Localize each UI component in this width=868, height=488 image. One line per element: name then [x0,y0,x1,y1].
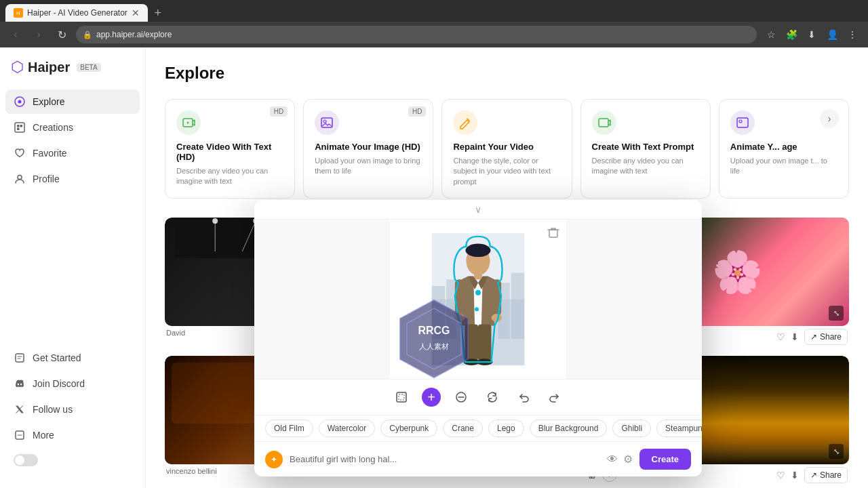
get-started-icon [14,352,26,364]
sidebar-item-creations[interactable]: Creations [5,115,140,140]
new-tab-button[interactable]: + [149,4,167,22]
like-button-flowers[interactable]: ♡ [776,331,785,342]
expand-icon-flowers[interactable]: ⤡ [829,306,844,321]
bookmark-icon[interactable]: ☆ [762,26,780,43]
sidebar-item-profile[interactable]: Profile [5,167,140,191]
share-icon-flowers: ↗ [810,332,817,342]
follow-us-label: Follow us [33,404,73,415]
address-bar[interactable]: 🔒 app.haiper.ai/explore [76,26,757,43]
style-pills-row: Old Film Watercolor Cyberpunk Crane Lego… [254,415,702,441]
tab-close-button[interactable]: ✕ [132,7,140,18]
style-pill-old-film[interactable]: Old Film [265,420,313,437]
animate-image-desc: Upload your own image to bring them to l… [315,156,422,177]
feature-cards-row: HD Create Video With Text (HD) Describe … [165,99,849,199]
create-button[interactable]: Create [639,449,691,470]
style-pill-lego[interactable]: Lego [488,420,524,437]
svg-rect-34 [474,272,482,280]
style-pill-steampunk[interactable]: Steampunk [656,420,702,437]
style-pill-blur-bg[interactable]: Blur Background [530,420,608,437]
discord-label: Join Discord [33,378,85,389]
style-pill-ghibli[interactable]: Ghibli [612,420,651,437]
feature-card-create-video[interactable]: HD Create Video With Text (HD) Describe … [165,99,295,199]
preview-icon[interactable]: 👁 [607,453,618,466]
favorite-icon [14,147,26,159]
feature-card-animate-image[interactable]: HD Animate Your Image (HD) Upload your o… [303,99,433,199]
editor-overlay: ∨ [254,200,702,476]
editor-center-panel [390,220,566,379]
scroll-right-arrow[interactable]: › [820,109,839,128]
feature-card-repaint[interactable]: Repaint Your Video Change the style, col… [441,99,572,199]
active-tab[interactable]: H Haiper - AI Video Generator ✕ [5,4,148,22]
text-prompt-icon [592,110,616,135]
editor-toolbar: + [254,379,702,415]
style-pill-cyberpunk[interactable]: Cyberpunk [380,420,437,437]
share-button-city[interactable]: ↗ Share [804,467,848,483]
browser-navigation: ‹ › ↻ 🔒 app.haiper.ai/explore ☆ 🧩 ⬇ 👤 ⋮ [0,22,868,47]
expand-icon-city[interactable]: ⤡ [829,444,844,459]
sidebar-item-favorite[interactable]: Favorite [5,141,140,165]
share-button-flowers[interactable]: ↗ Share [804,329,848,345]
svg-point-43 [475,290,481,296]
editor-delete-button[interactable] [547,226,559,242]
browser-chrome: H Haiper - AI Video Generator ✕ + ‹ › ↻ … [0,0,868,47]
share-icon-city: ↗ [810,470,817,480]
svg-point-17 [212,218,218,224]
more-label: More [33,430,54,441]
feature-card-text-prompt[interactable]: Create With Text Prompt Describe any vid… [580,99,711,199]
repaint-title: Repaint Your Video [453,142,560,152]
share-label-city: Share [820,470,842,480]
address-text: app.haiper.ai/explore [96,30,172,39]
favorite-label: Favorite [33,148,67,159]
rotate-tool-button[interactable] [481,386,503,408]
logo-text: Haiper [28,60,70,75]
sidebar-item-get-started[interactable]: Get Started [5,346,140,370]
redo-button[interactable] [544,386,566,408]
svg-rect-5 [17,128,20,131]
svg-rect-28 [432,286,446,339]
nav-forward-button[interactable]: › [30,26,47,43]
creations-label: Creations [33,122,73,133]
animate-2-title: Animate Y... age [730,142,837,152]
download-icon[interactable]: ⬇ [803,26,821,43]
select-tool-button[interactable] [391,386,412,408]
svg-rect-7 [16,354,24,362]
editor-image-section [254,220,702,379]
nav-refresh-button[interactable]: ↻ [53,26,71,43]
sidebar-item-explore[interactable]: Explore [5,89,140,114]
undo-button[interactable] [513,386,534,408]
profile-icon[interactable]: 👤 [823,26,841,43]
editor-left-panel [254,220,390,379]
menu-icon[interactable]: ⋮ [844,26,861,43]
person-with-outline [431,233,526,365]
explore-label: Explore [33,96,64,107]
sidebar-navigation: Explore Creations [0,89,145,215]
svg-rect-2 [15,123,24,132]
prompt-input[interactable] [290,454,600,464]
download-button-city[interactable]: ⬇ [791,470,799,481]
x-twitter-icon [14,403,26,415]
prompt-icons: 👁 ⚙ [607,453,633,466]
editor-chevron[interactable]: ∨ [254,200,702,220]
create-video-badge: HD [270,106,288,117]
style-pill-crane[interactable]: Crane [443,420,483,437]
download-button-flowers[interactable]: ⬇ [791,331,799,342]
share-label-flowers: Share [820,332,842,342]
sidebar-item-more[interactable]: More [5,423,140,447]
sidebar-item-discord[interactable]: Join Discord [5,371,140,396]
sidebar-item-follow-us[interactable]: Follow us [5,397,140,422]
sidebar-logo: ⬡ Haiper BETA [0,58,145,89]
feature-card-animate-2[interactable]: › Animate Y... age Upload your own image… [719,99,849,199]
subtract-tool-button[interactable] [450,386,472,408]
dark-mode-toggle[interactable] [5,449,140,472]
nav-back-button[interactable]: ‹ [7,26,24,43]
repaint-icon [453,110,477,135]
toggle-track[interactable] [14,454,38,466]
svg-point-44 [475,307,479,311]
extensions-icon[interactable]: 🧩 [783,26,800,43]
settings-icon[interactable]: ⚙ [623,453,633,466]
explore-icon [14,96,26,108]
add-tool-button[interactable]: + [422,388,441,407]
like-button-city[interactable]: ♡ [776,470,785,481]
svg-point-1 [18,100,22,104]
style-pill-watercolor[interactable]: Watercolor [319,420,376,437]
